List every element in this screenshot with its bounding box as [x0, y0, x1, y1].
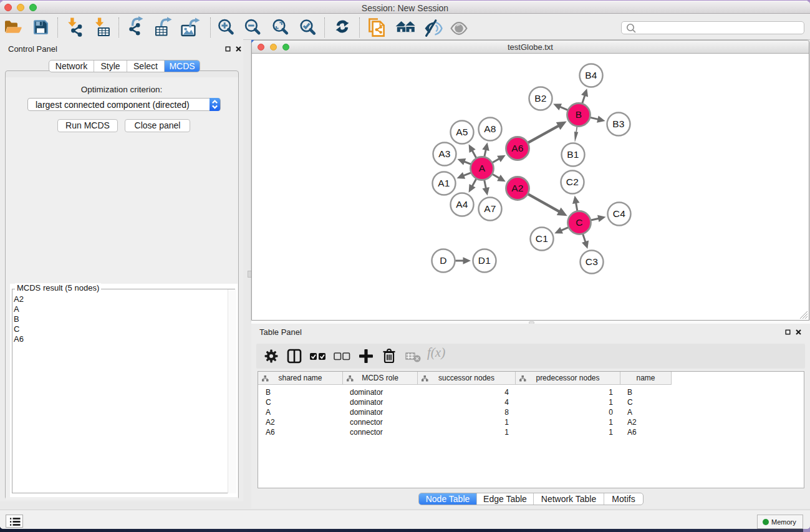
svg-text:D: D — [440, 255, 447, 266]
svg-text:D1: D1 — [478, 255, 491, 266]
svg-text:B3: B3 — [612, 118, 625, 129]
svg-text:A2: A2 — [511, 183, 524, 193]
svg-text:A1: A1 — [438, 178, 450, 188]
svg-text:B: B — [576, 109, 582, 120]
svg-text:A4: A4 — [456, 199, 468, 210]
svg-text:A7: A7 — [484, 203, 496, 214]
svg-text:C2: C2 — [566, 177, 579, 187]
svg-text:C: C — [576, 217, 583, 228]
svg-text:A3: A3 — [438, 148, 451, 159]
svg-text:A6: A6 — [511, 143, 524, 153]
svg-text:A8: A8 — [484, 123, 496, 134]
svg-text:A: A — [479, 163, 486, 173]
svg-text:C3: C3 — [586, 256, 598, 267]
svg-text:B1: B1 — [567, 149, 579, 160]
svg-text:A5: A5 — [456, 127, 468, 137]
svg-text:B4: B4 — [585, 70, 597, 80]
svg-text:C4: C4 — [613, 208, 625, 219]
svg-text:B2: B2 — [534, 93, 547, 104]
svg-text:C1: C1 — [536, 233, 548, 244]
